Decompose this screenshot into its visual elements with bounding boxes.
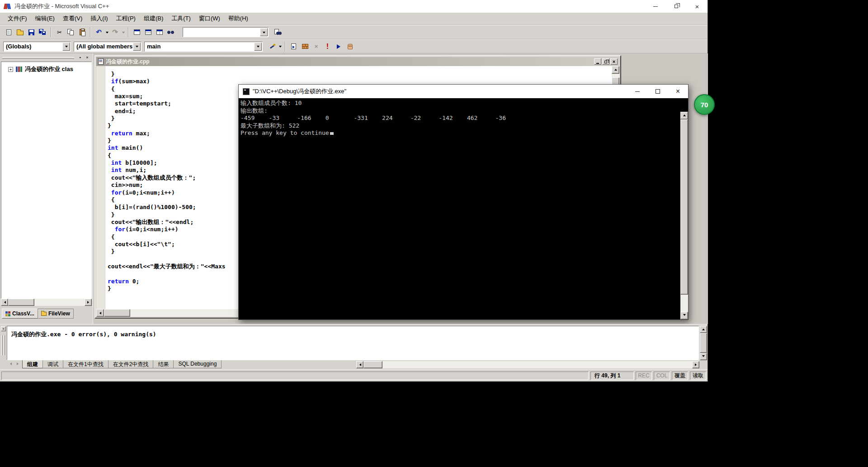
filter-combo-drop-button[interactable]	[133, 43, 141, 51]
selection-margin[interactable]	[96, 66, 105, 309]
workspace-hscrollbar[interactable]	[1, 299, 92, 306]
scroll-track[interactable]	[700, 333, 707, 353]
scroll-track[interactable]	[680, 119, 688, 312]
breakpoint-button[interactable]	[344, 41, 356, 52]
output-tab-sql[interactable]: SQL Debugging	[173, 360, 222, 368]
filter-combo-value[interactable]: (All global members)	[74, 43, 132, 50]
scroll-down-button[interactable]	[680, 312, 688, 319]
find-button[interactable]	[165, 27, 176, 38]
tree-root-label[interactable]: 冯金硕的作业 clas	[25, 65, 73, 73]
workspace-gripper[interactable]: ▪ ×	[2, 55, 90, 61]
output-gripper[interactable]: ×	[1, 326, 6, 367]
menu-item-help[interactable]: 帮助(H)	[224, 13, 252, 24]
menu-item-project[interactable]: 工程(P)	[112, 13, 140, 24]
minimize-button[interactable]	[645, 0, 666, 13]
find-in-files-button[interactable]	[272, 27, 283, 38]
editor-title-bar[interactable]: 冯金硕的作业.cpp ×	[96, 57, 619, 66]
paste-button[interactable]	[76, 27, 88, 38]
close-button[interactable]: ×	[687, 0, 708, 13]
tab-classview[interactable]: ClassV...	[2, 309, 38, 319]
console-text[interactable]: 输入数组成员个数: 10输出数组:-459 -33 -166 0 -331 22…	[241, 100, 679, 319]
menu-item-view[interactable]: 查看(V)	[59, 13, 86, 24]
console-close-button[interactable]: ×	[668, 85, 688, 98]
find-combo-drop-button[interactable]	[260, 28, 268, 36]
build-output[interactable]: 冯金硕的作业.exe - 0 error(s), 0 warning(s)	[7, 326, 699, 360]
output-hscrollbar[interactable]	[356, 361, 699, 368]
member-combo-drop-button[interactable]	[254, 43, 262, 51]
redo-button[interactable]: ↷	[109, 27, 121, 38]
tab-scroll-right-button[interactable]	[14, 360, 21, 367]
build-button[interactable]	[299, 41, 311, 52]
workspace-close-button[interactable]: ×	[84, 55, 90, 61]
output-tab-results[interactable]: 结果	[153, 360, 174, 368]
scroll-track[interactable]	[363, 361, 692, 368]
wizard-actions-dropdown-button[interactable]	[278, 41, 283, 52]
scroll-thumb[interactable]	[363, 361, 382, 368]
overlay-badge[interactable]: 70	[694, 94, 715, 115]
console-maximize-button[interactable]	[647, 85, 668, 98]
scroll-left-button[interactable]	[356, 361, 363, 368]
execute-button[interactable]: !	[322, 41, 333, 52]
compile-button[interactable]	[288, 41, 299, 52]
workspace-pin-button[interactable]: ▪	[77, 55, 83, 61]
editor-minimize-button[interactable]	[594, 58, 601, 65]
undo-dropdown-button[interactable]	[104, 27, 109, 38]
scroll-up-button[interactable]	[612, 66, 619, 74]
wizard-actions-button[interactable]	[266, 41, 278, 52]
save-all-button[interactable]	[37, 27, 48, 38]
undo-button[interactable]: ↶	[93, 27, 104, 38]
output-tab-find2[interactable]: 在文件2中查找	[108, 360, 154, 368]
redo-dropdown-button[interactable]	[121, 27, 126, 38]
tree-expand-button[interactable]: +	[8, 67, 13, 72]
scroll-thumb[interactable]	[8, 299, 34, 306]
editor-restore-button[interactable]	[602, 58, 609, 65]
scroll-right-button[interactable]	[85, 299, 92, 306]
member-combo-value[interactable]: main	[145, 43, 254, 50]
go-button[interactable]	[333, 41, 344, 52]
menu-item-file[interactable]: 文件(F)	[4, 13, 31, 24]
save-button[interactable]	[26, 27, 37, 38]
scroll-thumb[interactable]	[104, 309, 130, 317]
scroll-thumb[interactable]	[680, 119, 688, 295]
console-minimize-button[interactable]	[627, 85, 647, 98]
output-vscrollbar[interactable]	[700, 326, 707, 360]
output-close-button[interactable]: ×	[1, 326, 6, 331]
stop-build-button[interactable]: ×	[311, 41, 322, 52]
scroll-track[interactable]	[8, 299, 85, 306]
menu-item-edit[interactable]: 编辑(E)	[31, 13, 59, 24]
console-title-bar[interactable]: "D:\VC++\Debug\冯金硕的作业.exe" ×	[239, 85, 688, 98]
scroll-left-button[interactable]	[1, 299, 8, 306]
console-vscrollbar[interactable]	[680, 112, 688, 319]
output-tab-find1[interactable]: 在文件1中查找	[63, 360, 108, 368]
class-combo-drop-button[interactable]	[62, 43, 70, 51]
cut-button[interactable]: ✂	[54, 27, 65, 38]
output-tab-debug[interactable]: 调试	[42, 360, 63, 368]
scroll-down-button[interactable]	[700, 353, 707, 360]
copy-button[interactable]	[65, 27, 76, 38]
scroll-left-button[interactable]	[96, 309, 104, 317]
menu-item-tools[interactable]: 工具(T)	[167, 13, 195, 24]
editor-close-button[interactable]: ×	[610, 58, 618, 65]
workspace-toggle-button[interactable]	[131, 27, 142, 38]
tree-root-row[interactable]: + 冯金硕的作业 clas	[8, 65, 91, 73]
tab-scroll-left-button[interactable]	[7, 360, 14, 367]
new-file-button[interactable]	[3, 27, 14, 38]
open-file-button[interactable]	[14, 27, 26, 38]
scroll-up-button[interactable]	[700, 326, 707, 333]
output-tab-build[interactable]: 组建	[22, 360, 43, 368]
window-list-button[interactable]	[154, 27, 165, 38]
class-tree[interactable]: + 冯金硕的作业 clas	[1, 62, 92, 299]
scroll-thumb[interactable]	[700, 333, 707, 353]
scroll-left-icon	[358, 363, 361, 366]
scroll-right-button[interactable]	[692, 361, 699, 368]
class-combo-value[interactable]: (Globals)	[4, 43, 62, 50]
code-area[interactable]: } if(sum>max) { max=sum; start=tempstart…	[108, 71, 226, 292]
menu-item-window[interactable]: 窗口(W)	[195, 13, 224, 24]
tab-fileview[interactable]: FileView	[38, 309, 74, 319]
output-toggle-button[interactable]	[142, 27, 154, 38]
menu-item-insert[interactable]: 插入(I)	[86, 13, 112, 24]
find-combo-input[interactable]	[183, 28, 259, 37]
restore-button[interactable]	[666, 0, 687, 13]
menu-item-build[interactable]: 组建(B)	[140, 13, 167, 24]
scroll-up-button[interactable]	[680, 112, 688, 119]
